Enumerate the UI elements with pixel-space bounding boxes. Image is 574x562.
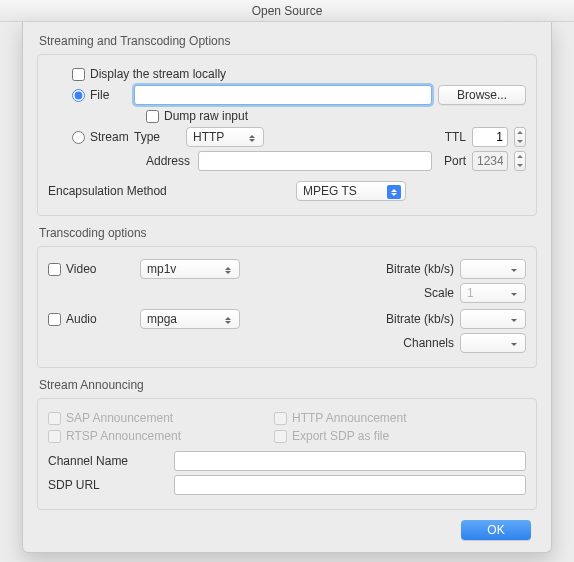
port-label: Port <box>438 154 466 168</box>
export-sdp-label: Export SDP as file <box>292 429 389 443</box>
window-titlebar: Open Source <box>0 0 574 22</box>
streaming-box: Display the stream locally File Browse..… <box>37 54 537 216</box>
dump-raw-checkbox[interactable]: Dump raw input <box>146 109 248 123</box>
sap-checkbox-input <box>48 412 61 425</box>
ttl-stepper[interactable] <box>514 127 526 147</box>
audio-codec-select[interactable]: mpga <box>140 309 240 329</box>
dump-raw-label: Dump raw input <box>164 109 248 123</box>
audio-bitrate-label: Bitrate (kb/s) <box>376 312 454 326</box>
stepper-down-icon[interactable] <box>515 161 525 170</box>
stepper-up-icon[interactable] <box>515 128 525 137</box>
sdp-url-input[interactable] <box>174 475 526 495</box>
channel-name-label: Channel Name <box>48 454 168 468</box>
channel-name-input[interactable] <box>174 451 526 471</box>
stepper-up-icon[interactable] <box>515 152 525 161</box>
ttl-label: TTL <box>438 130 466 144</box>
chevron-updown-icon <box>245 131 259 145</box>
audio-codec-value: mpga <box>147 312 177 326</box>
group-title-transcoding: Transcoding options <box>39 226 537 240</box>
chevron-down-icon <box>507 337 521 351</box>
video-scale-select[interactable]: 1 <box>460 283 526 303</box>
stream-radio[interactable]: Stream <box>72 130 128 144</box>
file-radio-label: File <box>90 88 109 102</box>
export-sdp-checkbox: Export SDP as file <box>274 429 389 443</box>
group-title-streaming: Streaming and Transcoding Options <box>39 34 537 48</box>
window-title: Open Source <box>252 4 323 18</box>
chevron-down-icon <box>507 287 521 301</box>
file-path-input[interactable] <box>134 85 432 105</box>
video-codec-select[interactable]: mp1v <box>140 259 240 279</box>
http-checkbox: HTTP Announcement <box>274 411 407 425</box>
ok-button[interactable]: OK <box>461 520 531 540</box>
transcoding-box: Video mp1v Bitrate (kb/s) Scale 1 <box>37 246 537 368</box>
type-select[interactable]: HTTP <box>186 127 264 147</box>
address-label: Address <box>146 154 192 168</box>
export-sdp-checkbox-input <box>274 430 287 443</box>
address-input[interactable] <box>198 151 432 171</box>
stream-radio-label: Stream <box>90 130 129 144</box>
encapsulation-label: Encapsulation Method <box>48 184 167 198</box>
port-stepper[interactable] <box>514 151 526 171</box>
display-locally-checkbox[interactable]: Display the stream locally <box>72 67 226 81</box>
sheet-panel: Streaming and Transcoding Options Displa… <box>22 22 552 553</box>
encapsulation-select[interactable]: MPEG TS <box>296 181 406 201</box>
rtsp-checkbox-input <box>48 430 61 443</box>
video-bitrate-select[interactable] <box>460 259 526 279</box>
audio-label: Audio <box>66 312 97 326</box>
ttl-input[interactable] <box>472 127 508 147</box>
audio-bitrate-select[interactable] <box>460 309 526 329</box>
stepper-down-icon[interactable] <box>515 137 525 146</box>
audio-checkbox-input[interactable] <box>48 313 61 326</box>
rtsp-label: RTSP Announcement <box>66 429 181 443</box>
chevron-updown-icon <box>387 185 401 199</box>
http-checkbox-input <box>274 412 287 425</box>
http-label: HTTP Announcement <box>292 411 407 425</box>
file-radio-input[interactable] <box>72 89 85 102</box>
video-bitrate-label: Bitrate (kb/s) <box>376 262 454 276</box>
video-scale-value: 1 <box>467 286 474 300</box>
display-locally-input[interactable] <box>72 68 85 81</box>
rtsp-checkbox: RTSP Announcement <box>48 429 268 443</box>
sdp-url-label: SDP URL <box>48 478 168 492</box>
chevron-down-icon <box>507 313 521 327</box>
browse-button[interactable]: Browse... <box>438 85 526 105</box>
video-scale-label: Scale <box>376 286 454 300</box>
type-value: HTTP <box>193 130 224 144</box>
video-checkbox-input[interactable] <box>48 263 61 276</box>
encapsulation-value: MPEG TS <box>303 184 357 198</box>
display-locally-label: Display the stream locally <box>90 67 226 81</box>
port-input <box>472 151 508 171</box>
dump-raw-input[interactable] <box>146 110 159 123</box>
video-label: Video <box>66 262 96 276</box>
video-codec-value: mp1v <box>147 262 176 276</box>
sap-label: SAP Announcement <box>66 411 173 425</box>
type-label: Type <box>134 130 180 144</box>
chevron-updown-icon <box>221 263 235 277</box>
chevron-down-icon <box>507 263 521 277</box>
stream-radio-input[interactable] <box>72 131 85 144</box>
group-title-announcing: Stream Announcing <box>39 378 537 392</box>
sap-checkbox: SAP Announcement <box>48 411 268 425</box>
chevron-updown-icon <box>221 313 235 327</box>
audio-channels-label: Channels <box>376 336 454 350</box>
audio-channels-select[interactable] <box>460 333 526 353</box>
video-checkbox[interactable]: Video <box>48 262 112 276</box>
audio-checkbox[interactable]: Audio <box>48 312 112 326</box>
file-radio[interactable]: File <box>72 88 128 102</box>
announcing-box: SAP Announcement HTTP Announcement RTSP … <box>37 398 537 510</box>
